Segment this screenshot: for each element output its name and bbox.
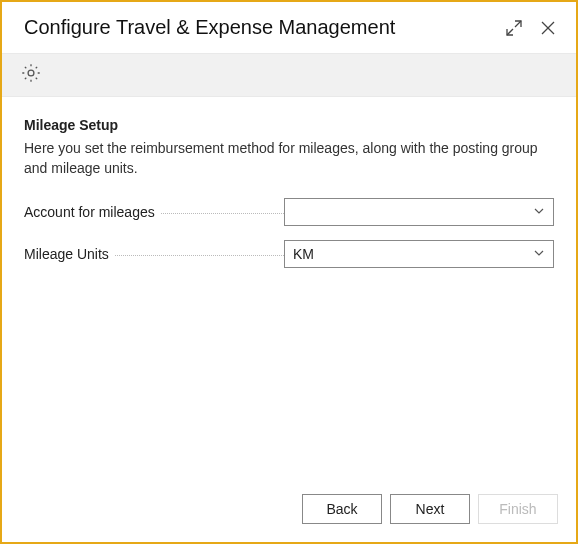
mileage-units-select[interactable]: KM [284, 240, 554, 268]
chevron-down-icon [533, 246, 545, 262]
label-text: Mileage Units [24, 246, 109, 262]
footer: Back Next Finish [2, 482, 576, 542]
content-area: Mileage Setup Here you set the reimburse… [2, 97, 576, 482]
field-account-for-mileages: Account for mileages [24, 198, 554, 226]
dialog-title: Configure Travel & Expense Management [24, 16, 504, 39]
titlebar: Configure Travel & Expense Management [2, 2, 576, 53]
dialog-window: Configure Travel & Expense Management [0, 0, 578, 544]
expand-icon[interactable] [504, 18, 524, 38]
chevron-down-icon [533, 204, 545, 220]
label-text: Account for mileages [24, 204, 155, 220]
finish-button: Finish [478, 494, 558, 524]
field-mileage-units: Mileage Units KM [24, 240, 554, 268]
label-dots [115, 255, 284, 256]
gear-icon[interactable] [20, 62, 42, 88]
field-label: Account for mileages [24, 204, 284, 220]
section-description: Here you set the reimbursement method fo… [24, 139, 554, 178]
account-for-mileages-select[interactable] [284, 198, 554, 226]
field-label: Mileage Units [24, 246, 284, 262]
svg-point-0 [28, 70, 34, 76]
section-title: Mileage Setup [24, 117, 554, 133]
label-dots [161, 213, 284, 214]
next-button[interactable]: Next [390, 494, 470, 524]
back-button[interactable]: Back [302, 494, 382, 524]
select-value: KM [293, 246, 533, 262]
toolbar [2, 53, 576, 97]
close-icon[interactable] [538, 18, 558, 38]
titlebar-actions [504, 18, 558, 38]
